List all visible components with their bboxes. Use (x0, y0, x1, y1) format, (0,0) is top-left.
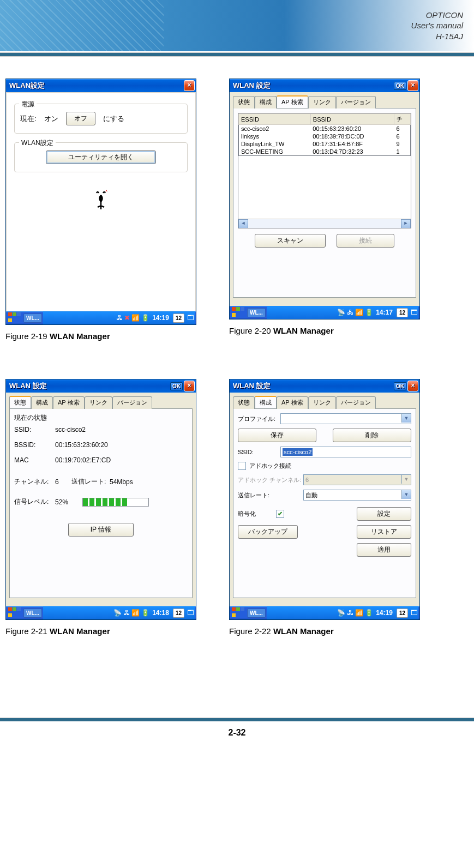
signal-icon[interactable]: 📶 (355, 309, 363, 316)
desktop-icon[interactable]: 🗔 (187, 609, 194, 617)
delete-button[interactable]: 削除 (333, 429, 411, 442)
channel-label: チャンネル: (14, 477, 55, 486)
close-icon[interactable]: × (407, 80, 418, 91)
scan-button[interactable]: スキャン (255, 234, 326, 248)
ok-button[interactable]: OK (170, 382, 183, 390)
date-badge[interactable]: 12 (397, 608, 408, 618)
tab-link[interactable]: リンク (308, 396, 336, 409)
power-group-label: 電源 (19, 100, 37, 109)
clock[interactable]: 14:18 (152, 609, 169, 617)
task-item[interactable]: WL... (23, 314, 42, 323)
tab-status[interactable]: 状態 (233, 96, 255, 108)
date-badge[interactable]: 12 (397, 308, 408, 317)
scroll-track[interactable] (248, 219, 401, 228)
profile-combo[interactable]: ▼ (280, 413, 411, 424)
col-channel[interactable]: チ (394, 114, 411, 125)
start-icon[interactable] (7, 311, 22, 324)
network-icon[interactable]: 🖧 (347, 309, 353, 316)
backup-button[interactable]: バックアップ (238, 525, 298, 539)
signal-bar (82, 498, 149, 507)
col-essid[interactable]: ESSID (239, 114, 311, 125)
tab-version[interactable]: バージョン (336, 396, 376, 409)
ip-info-button[interactable]: IP 情報 (68, 523, 134, 537)
tab-ap-search[interactable]: AP 検索 (277, 95, 308, 108)
battery-icon[interactable]: 🔋 (141, 314, 149, 322)
wlan-window-22: WLAN 設定 OK × 状態 構成 AP 検索 リンク バージョン プロファイ… (229, 379, 420, 620)
table-row[interactable]: scc-cisco2 00:15:63:23:60:20 6 (239, 125, 411, 133)
task-item[interactable]: WL... (247, 608, 266, 618)
power-toggle-button[interactable]: オフ (66, 112, 95, 125)
tab-ap-search[interactable]: AP 検索 (53, 396, 85, 409)
close-icon[interactable]: × (184, 80, 195, 91)
tab-status[interactable]: 状態 (9, 396, 31, 408)
signal-icon[interactable]: 📶 (131, 609, 140, 617)
tab-strip: 状態 構成 AP 検索 リンク バージョン (9, 396, 193, 409)
encrypt-settings-button[interactable]: 設定 (357, 507, 411, 521)
tab-content: 現在の状態 SSID: scc-cisco2 BSSID: 00:15:63:2… (9, 409, 193, 598)
wifi-icon[interactable]: 📡 (113, 609, 122, 617)
clock[interactable]: 14:19 (152, 314, 169, 322)
ssid-field[interactable]: scc-cisco2 (280, 447, 411, 457)
chevron-down-icon[interactable]: ▼ (401, 414, 411, 423)
start-icon[interactable] (231, 306, 246, 319)
tab-version[interactable]: バージョン (112, 396, 152, 409)
system-tray: 📡 🖧 📶 🔋 14:17 12 🗔 (267, 306, 418, 319)
tab-config[interactable]: 構成 (31, 396, 53, 409)
restore-button[interactable]: リストア (357, 525, 411, 539)
date-badge[interactable]: 12 (173, 314, 184, 323)
open-utility-button[interactable]: ユーティリティを開く (46, 150, 156, 164)
close-icon[interactable]: × (184, 381, 195, 391)
task-item[interactable]: WL... (247, 308, 266, 317)
header-line-1: OPTICON (411, 10, 463, 21)
tab-config[interactable]: 構成 (255, 96, 277, 108)
tab-link[interactable]: リンク (85, 396, 112, 409)
ok-button[interactable]: OK (394, 82, 406, 90)
encrypt-checkbox[interactable]: ✔ (276, 510, 284, 518)
desktop-icon[interactable]: 🗔 (411, 609, 417, 617)
wifi-off-icon[interactable]: ✖ (124, 314, 130, 322)
table-row[interactable]: DisplayLink_TW 00:17:31:E4:B7:8F 9 (239, 140, 411, 148)
wlan-window-19: WLAN設定 × 電源 現在: オン オフ にする WLAN設定 (5, 79, 196, 325)
scroll-left-icon[interactable]: ◄ (238, 219, 248, 228)
apply-button[interactable]: 適用 (357, 543, 411, 557)
battery-icon[interactable]: 🔋 (141, 609, 149, 617)
desktop-icon[interactable]: 🗔 (187, 314, 194, 322)
col-bssid[interactable]: BSSID (310, 114, 394, 125)
scroll-right-icon[interactable]: ► (401, 219, 411, 228)
txrate-combo[interactable]: 自動 ▼ (303, 490, 411, 501)
adhoc-checkbox[interactable] (238, 462, 246, 470)
wifi-icon[interactable]: 📡 (337, 309, 345, 316)
desktop-icon[interactable]: 🗔 (411, 309, 417, 316)
mac-label: MAC (14, 456, 55, 464)
save-button[interactable]: 保存 (238, 429, 316, 442)
network-icon[interactable]: 🖧 (123, 609, 130, 617)
tab-link[interactable]: リンク (308, 96, 336, 108)
system-tray: 🖧 ✖ 📶 🔋 14:19 12 🗔 (43, 311, 195, 324)
tab-version[interactable]: バージョン (336, 96, 376, 108)
battery-icon[interactable]: 🔋 (365, 609, 373, 617)
taskbar: WL... 📡 🖧 📶 🔋 14:19 12 🗔 (230, 606, 419, 619)
tab-config[interactable]: 構成 (255, 396, 277, 408)
clock[interactable]: 14:19 (376, 609, 393, 617)
signal-icon[interactable]: 📶 (131, 314, 140, 322)
date-badge[interactable]: 12 (173, 608, 184, 618)
battery-icon[interactable]: 🔋 (365, 309, 373, 316)
table-row[interactable]: SCC-MEETING 00:13:D4:7D:32:23 1 (239, 148, 411, 156)
tab-ap-search[interactable]: AP 検索 (277, 396, 308, 409)
clock[interactable]: 14:17 (376, 309, 393, 316)
start-icon[interactable] (7, 606, 22, 619)
network-icon[interactable]: 🖧 (116, 314, 123, 322)
network-icon[interactable]: 🖧 (347, 609, 353, 617)
ok-button[interactable]: OK (394, 382, 406, 390)
start-icon[interactable] (231, 606, 246, 619)
chevron-down-icon[interactable]: ▼ (401, 490, 411, 499)
tab-status[interactable]: 状態 (233, 396, 255, 409)
figure-caption: Figure 2-21 WLAN Manager (5, 626, 196, 636)
table-row[interactable]: linksys 00:18:39:78:DC:0D 6 (239, 132, 411, 140)
close-icon[interactable]: × (407, 381, 418, 391)
signal-icon[interactable]: 📶 (355, 609, 363, 617)
wifi-icon[interactable]: 📡 (337, 609, 345, 617)
header-line-2: User's manual (411, 20, 463, 31)
horizontal-scrollbar[interactable]: ◄ ► (238, 219, 411, 228)
task-item[interactable]: WL... (23, 608, 42, 618)
